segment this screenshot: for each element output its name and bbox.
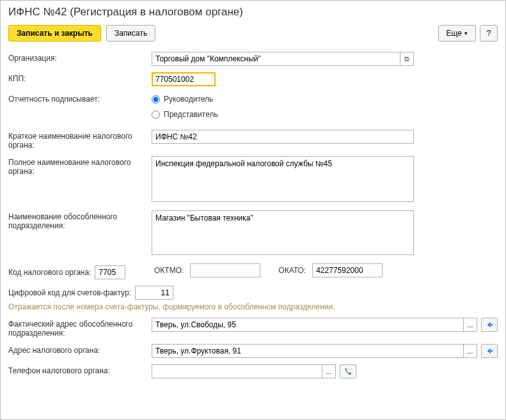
ellipsis-icon: ...	[467, 347, 473, 355]
tax-addr-picker-button[interactable]: ...	[463, 344, 477, 358]
org-input[interactable]	[152, 52, 400, 66]
tax-code-sublabel: Код налогового органа:	[8, 268, 91, 277]
phone-dial-button[interactable]	[340, 364, 356, 378]
form-body: Организация: ⧉ КПП: Отчетность подписыва…	[8, 52, 498, 378]
subdiv-name-input[interactable]	[152, 210, 414, 255]
kpp-input[interactable]	[152, 72, 216, 86]
help-button[interactable]: ?	[480, 25, 498, 42]
okato-input[interactable]	[312, 263, 383, 277]
fact-addr-picker-button[interactable]: ...	[463, 318, 477, 332]
phone-icon	[344, 367, 352, 376]
phone-label: Телефон налогового органа:	[8, 364, 152, 375]
more-button-label: Еще	[447, 29, 462, 38]
tax-addr-input[interactable]	[152, 344, 463, 358]
signer-rep-label: Представитель	[164, 110, 218, 119]
fact-addr-input[interactable]	[152, 318, 463, 332]
org-open-button[interactable]: ⧉	[400, 52, 414, 66]
tax-code-input[interactable]	[95, 265, 125, 279]
toolbar: Записать и закрыть Записать Еще ▾ ?	[8, 25, 498, 42]
save-button[interactable]: Записать	[106, 25, 155, 42]
tax-addr-copy-button[interactable]	[481, 344, 498, 358]
signer-head-label: Руководитель	[164, 95, 213, 104]
digit-code-input[interactable]	[135, 286, 173, 300]
digit-code-label: Цифровой код для счетов-фактур:	[8, 288, 131, 297]
okato-label: ОКАТО:	[276, 266, 308, 275]
oktmo-label: ОКТМО:	[152, 266, 186, 275]
window-title: ИФНС №42 (Регистрация в налоговом органе…	[8, 6, 498, 19]
svg-rect-0	[490, 324, 493, 326]
full-name-label: Полное наименование налогового органа:	[8, 156, 152, 176]
signer-head-radio[interactable]	[152, 95, 160, 104]
signer-rep-radio[interactable]	[152, 111, 160, 119]
digit-code-hint: Отражается после номера счета-фактуры, ф…	[8, 302, 498, 311]
kpp-label: КПП:	[8, 72, 152, 83]
svg-rect-1	[490, 350, 493, 352]
tax-addr-label: Адрес налогового органа:	[8, 344, 152, 355]
more-button[interactable]: Еще ▾	[438, 25, 476, 42]
phone-input[interactable]	[152, 364, 322, 378]
short-name-label: Краткое наименование налогового органа:	[8, 130, 152, 150]
form-window: ИФНС №42 (Регистрация в налоговом органе…	[0, 0, 506, 420]
arrow-left-icon	[485, 346, 494, 355]
phone-picker-button[interactable]: ...	[322, 364, 336, 378]
ellipsis-icon: ...	[326, 368, 331, 375]
short-name-input[interactable]	[152, 130, 414, 144]
tax-code-label: Код налогового органа:	[8, 263, 152, 279]
signer-label: Отчетность подписывает:	[8, 93, 152, 104]
oktmo-input[interactable]	[190, 263, 260, 277]
org-label: Организация:	[8, 52, 152, 63]
open-icon: ⧉	[404, 55, 409, 63]
full-name-input[interactable]	[152, 156, 414, 202]
fact-addr-copy-button[interactable]	[481, 318, 498, 332]
ellipsis-icon: ...	[467, 321, 473, 329]
chevron-down-icon: ▾	[464, 30, 468, 36]
fact-addr-label: Фактический адрес обособленного подразде…	[8, 318, 152, 338]
arrow-left-icon	[485, 320, 494, 329]
subdiv-name-label: Наименование обособленного подразделения…	[8, 210, 152, 230]
save-and-close-button[interactable]: Записать и закрыть	[8, 25, 101, 42]
